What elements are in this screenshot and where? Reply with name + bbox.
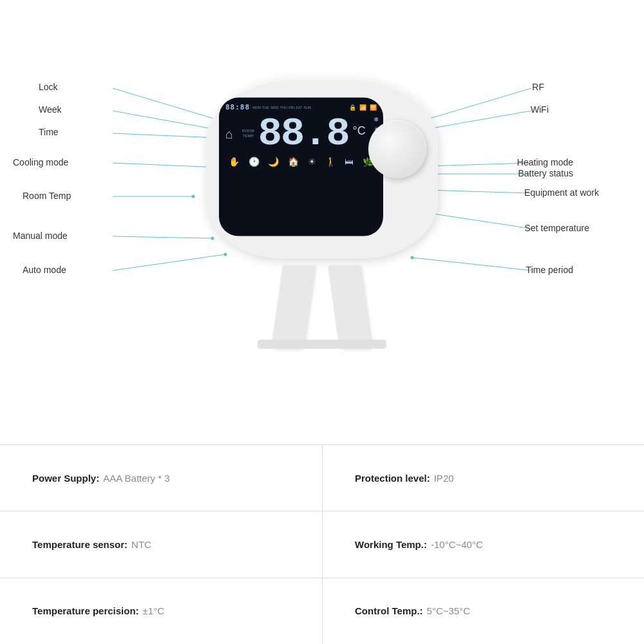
day-thu: THU: [280, 105, 287, 109]
thermostat-device: 88:88 MON TUE WED THU FRI SAT SUN 🔒 📶 🛜: [200, 79, 444, 349]
day-sun: SUN: [303, 105, 311, 109]
spec-row-precision: Temperature percision: ±1°C: [0, 578, 322, 644]
specs-section: Power Supply: AAA Battery * 3 Protection…: [0, 444, 644, 644]
label-equipment-at-work: Equipment at work: [524, 187, 599, 198]
main-temperature-display: 88.8: [258, 114, 349, 154]
label-lock: Lock: [39, 82, 58, 92]
svg-point-9: [192, 195, 195, 198]
day-mon: MON: [252, 105, 261, 109]
main-temp-row: ⌂ ROOMTEMP 88.8 °C ❄ ☀ ≋ 🔋: [225, 114, 377, 154]
spec-row-control-temp: Control Temp.: 5°C~35°C: [322, 578, 644, 644]
day-sat: SAT: [296, 105, 302, 109]
label-week: Week: [39, 104, 62, 115]
device-diagram: Lock Week Time Cooling mode Room Temp Ma…: [0, 0, 644, 438]
stand-left-leg: [271, 265, 316, 349]
stand-right-leg: [328, 265, 373, 349]
wifi-icon: 🛜: [370, 104, 377, 110]
signal-icon: 📶: [359, 104, 366, 110]
spec-key-working-temp: Working Temp.:: [355, 539, 427, 550]
mode5-icon: 🛏: [345, 156, 354, 167]
label-room-temp: Room Temp: [23, 191, 71, 201]
spec-val-protection: IP20: [434, 473, 454, 484]
hand-icon: ✋: [229, 156, 240, 167]
label-cooling-mode: Cooling mode: [13, 157, 68, 167]
label-heating-mode: Heating mode: [517, 157, 573, 167]
spec-row-sensor: Temperature sensor: NTC: [0, 511, 322, 578]
spec-val-control-temp: 5°C~35°C: [427, 605, 470, 616]
label-battery-status: Battery status: [518, 168, 573, 178]
label-manual-mode: Manual mode: [13, 231, 68, 241]
room-temp-label: ROOMTEMP: [242, 129, 254, 139]
spec-val-working-temp: -10°C~40°C: [431, 539, 483, 550]
time-display: 88:88: [225, 103, 250, 111]
spec-key-sensor: Temperature sensor:: [32, 539, 128, 550]
label-time-period: Time period: [526, 265, 573, 275]
screen-top-icons: 🔒 📶 🛜: [349, 104, 377, 110]
days-row: MON TUE WED THU FRI SAT SUN: [252, 105, 311, 109]
spec-val-precision: ±1°C: [143, 605, 164, 616]
day-tue: TUE: [262, 105, 269, 109]
label-auto-mode: Auto mode: [23, 265, 66, 275]
label-time: Time: [39, 127, 59, 137]
stand-base: [258, 340, 386, 349]
day-fri: FRI: [289, 105, 294, 109]
spec-val-power: AAA Battery * 3: [103, 473, 169, 484]
snowflake-icon: ❄: [374, 116, 381, 123]
lock-icon: 🔒: [349, 104, 356, 110]
spec-row-working-temp: Working Temp.: -10°C~40°C: [322, 511, 644, 578]
label-wifi: WiFi: [531, 104, 549, 115]
home-icon: ⌂: [225, 126, 233, 141]
spec-key-precision: Temperature percision:: [32, 605, 139, 616]
label-rf: RF: [532, 82, 544, 92]
spec-val-sensor: NTC: [131, 539, 151, 550]
mode3-icon: ☀: [308, 156, 316, 167]
label-set-temperature: Set temperature: [525, 223, 589, 233]
temperature-knob[interactable]: [368, 120, 426, 178]
mode1-icon: 🌙: [268, 156, 279, 167]
mode2-icon: 🏠: [288, 156, 299, 167]
spec-key-power: Power Supply:: [32, 473, 99, 484]
day-wed: WED: [270, 105, 279, 109]
spec-key-control-temp: Control Temp.:: [355, 605, 423, 616]
clock-icon: 🕐: [249, 156, 260, 167]
screen-bottom-row: ✋ 🕐 🌙 🏠 ☀ 🚶 🛏 🌿: [225, 156, 377, 167]
svg-line-10: [113, 236, 213, 238]
device-screen: 88:88 MON TUE WED THU FRI SAT SUN 🔒 📶 🛜: [219, 98, 383, 236]
mode4-icon: 🚶: [325, 156, 336, 167]
device-stand: [258, 249, 386, 349]
spec-row-power-supply: Power Supply: AAA Battery * 3: [0, 445, 322, 511]
spec-row-protection: Protection level: IP20: [322, 445, 644, 511]
device-body: 88:88 MON TUE WED THU FRI SAT SUN 🔒 📶 🛜: [206, 79, 438, 259]
spec-key-protection: Protection level:: [355, 473, 430, 484]
specs-grid: Power Supply: AAA Battery * 3 Protection…: [0, 445, 644, 644]
temp-unit: °C: [353, 124, 366, 138]
